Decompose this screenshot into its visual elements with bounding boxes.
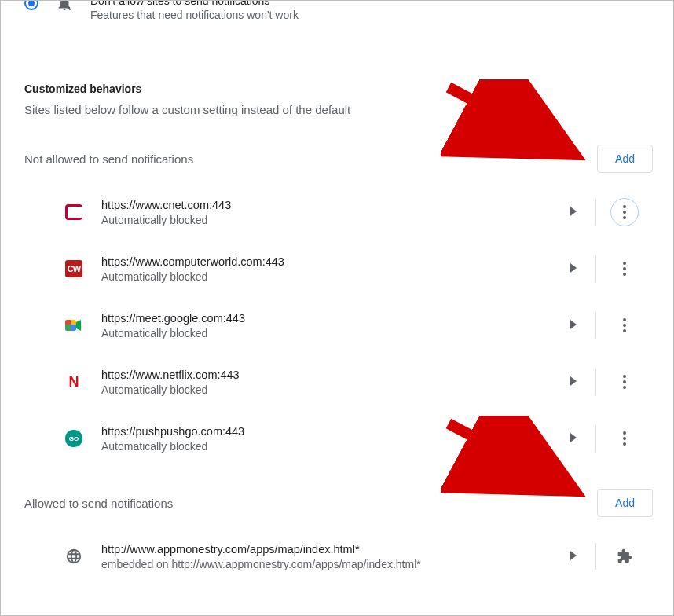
expand-arrow-icon[interactable]	[551, 367, 595, 397]
site-row[interactable]: N https://www.netflix.com:443 Automatica…	[24, 354, 653, 410]
section-heading-customized: Customized behaviors	[24, 82, 653, 95]
add-button-allowed[interactable]: Add	[597, 489, 653, 517]
expand-arrow-icon[interactable]	[551, 197, 595, 227]
site-status: Automatically blocked	[101, 383, 551, 396]
more-actions-button[interactable]	[610, 311, 639, 339]
site-url: https://pushpushgo.com:443	[101, 425, 551, 438]
site-url: https://meet.google.com:443	[101, 312, 551, 324]
site-status: Automatically blocked	[101, 214, 551, 226]
svg-point-8	[623, 324, 626, 327]
svg-point-12	[623, 386, 626, 389]
more-actions-button[interactable]	[610, 198, 639, 226]
site-favicon-meet	[65, 317, 82, 334]
svg-point-3	[623, 262, 626, 265]
site-status: Automatically blocked	[101, 440, 551, 453]
more-actions-button[interactable]	[610, 424, 639, 453]
svg-point-9	[623, 329, 626, 332]
svg-point-7	[623, 318, 626, 321]
add-button-not-allowed[interactable]: Add	[597, 145, 653, 173]
site-favicon-computerworld: CW	[65, 260, 82, 277]
section-sub-customized: Sites listed below follow a custom setti…	[24, 103, 653, 116]
site-row[interactable]: GO https://pushpushgo.com:443 Automatica…	[24, 410, 653, 467]
site-row[interactable]: http://www.appmonestry.com/apps/map/inde…	[24, 528, 653, 585]
site-status: Automatically blocked	[101, 327, 551, 339]
extension-icon[interactable]	[610, 542, 639, 570]
svg-point-10	[623, 375, 626, 378]
radio-option-block-notifications[interactable]: Don't allow sites to send notifications …	[24, 0, 653, 21]
radio-button-icon	[24, 0, 38, 10]
radio-option-text: Don't allow sites to send notifications …	[90, 0, 299, 21]
expand-arrow-icon[interactable]	[551, 541, 595, 571]
site-url: http://www.appmonestry.com/apps/map/inde…	[101, 543, 551, 556]
expand-arrow-icon[interactable]	[551, 310, 595, 340]
site-favicon-netflix: N	[65, 373, 82, 390]
site-row[interactable]: CW https://www.computerworld.com:443 Aut…	[24, 240, 653, 297]
expand-arrow-icon[interactable]	[551, 254, 595, 284]
list-heading-allowed: Allowed to send notifications	[24, 497, 173, 510]
site-url: https://www.computerworld.com:443	[101, 255, 551, 268]
svg-point-11	[623, 380, 626, 383]
site-status: Automatically blocked	[101, 270, 551, 283]
site-status: embedded on http://www.appmonestry.com/a…	[101, 558, 551, 570]
more-actions-button[interactable]	[610, 255, 639, 283]
globe-icon	[65, 548, 82, 565]
svg-point-4	[623, 267, 626, 270]
svg-point-5	[623, 273, 626, 276]
list-heading-not-allowed: Not allowed to send notifications	[24, 152, 193, 166]
site-url: https://www.netflix.com:443	[101, 368, 551, 381]
bell-off-icon	[56, 0, 73, 12]
more-actions-button[interactable]	[610, 368, 639, 396]
site-row[interactable]: https://www.cnet.com:443 Automatically b…	[24, 184, 653, 240]
expand-arrow-icon[interactable]	[551, 424, 595, 453]
site-row[interactable]: https://meet.google.com:443 Automaticall…	[24, 297, 653, 354]
radio-option-title: Don't allow sites to send notifications	[90, 0, 299, 7]
site-url: https://www.cnet.com:443	[101, 199, 551, 211]
svg-point-2	[623, 216, 626, 219]
svg-point-14	[623, 437, 626, 440]
site-favicon-cnet	[65, 204, 82, 220]
svg-point-15	[623, 442, 626, 446]
site-favicon-pushpushgo: GO	[65, 430, 82, 447]
radio-option-subtitle: Features that need notifications won't w…	[90, 9, 299, 21]
svg-point-1	[623, 211, 626, 214]
svg-point-0	[623, 205, 626, 208]
svg-point-13	[623, 431, 626, 434]
